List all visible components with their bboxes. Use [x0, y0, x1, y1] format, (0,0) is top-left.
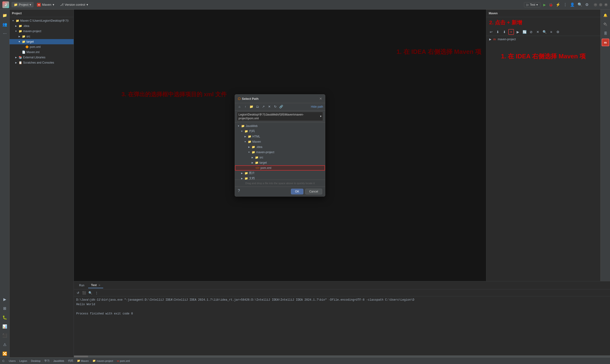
- dialog-file-tree[interactable]: ▼ 📁 JavaWeb ▼ 📁 代码 ▶ 📁: [235, 122, 325, 180]
- maven-tree-item[interactable]: ▶ m maven-project: [488, 37, 598, 42]
- problems-button[interactable]: ⚠: [1, 341, 9, 348]
- tree-item-maven-iml[interactable]: 📄 Maven.iml: [10, 50, 74, 55]
- tree-item-maven[interactable]: ▼ 📁 Maven C:\Users\Legion\Desktop\学习\: [10, 18, 74, 23]
- project-tree[interactable]: ▼ 📁 Maven C:\Users\Legion\Desktop\学习\ ▶ …: [10, 17, 74, 357]
- status-javaweb[interactable]: JavaWeb: [53, 360, 64, 362]
- run-maven-button[interactable]: ▶: [515, 29, 521, 35]
- find-usages-button[interactable]: 🔍: [542, 29, 547, 35]
- dialog-tree-idea[interactable]: ▶ 📁 .idea: [235, 144, 325, 150]
- maven-right-button[interactable]: m: [602, 39, 609, 46]
- vcs-button[interactable]: 👤: [570, 2, 575, 7]
- close-button[interactable]: ✕: [604, 3, 608, 6]
- stop-button[interactable]: ⬛: [81, 290, 87, 295]
- tree-item-idea[interactable]: ▶ 📁 .idea: [10, 23, 74, 29]
- skip-tests-button[interactable]: ⊘: [528, 29, 534, 35]
- dialog-tree-src[interactable]: ▶ 📁 src: [235, 155, 325, 160]
- download-button2[interactable]: ⬇: [502, 29, 507, 35]
- ok-button[interactable]: OK: [291, 189, 303, 195]
- status-code[interactable]: 代码: [68, 359, 73, 363]
- horizontal-scrollbar[interactable]: [74, 355, 610, 357]
- coverage-button[interactable]: ⚡: [556, 2, 560, 7]
- add-maven-project-button[interactable]: +: [508, 29, 514, 35]
- run-tool-button[interactable]: ▶: [1, 295, 9, 303]
- run-button[interactable]: ▶: [543, 3, 546, 7]
- version-control-button[interactable]: ⎇ Version control ▾: [58, 2, 91, 7]
- settings-button[interactable]: ⚙: [555, 29, 561, 35]
- dialog-tree-maven-project[interactable]: ▼ 📁 maven-project: [235, 150, 325, 155]
- status-pom-xml[interactable]: m pom.xml: [117, 360, 130, 362]
- group-by-button[interactable]: ≡: [548, 29, 554, 35]
- settings-button[interactable]: ⚙: [585, 2, 589, 7]
- project-view-button[interactable]: 📁: [1, 12, 9, 19]
- dialog-tree-images[interactable]: ▶ 📁 图片: [235, 170, 325, 176]
- search-everywhere-button[interactable]: 🔍: [578, 2, 582, 7]
- dialog-tree-code[interactable]: ▼ 📁 代码: [235, 129, 325, 134]
- tree-item-external-libs[interactable]: ▶ 📚 External Libraries: [10, 55, 74, 60]
- dialog-collapse-button[interactable]: ✕: [267, 104, 272, 109]
- dialog-tree-docs[interactable]: ▶ 📁 文档: [235, 176, 325, 180]
- rerun-button[interactable]: ↺: [75, 290, 80, 295]
- tree-item-scratches[interactable]: ▶ 📋 Scratches and Consoles: [10, 60, 74, 65]
- help-button[interactable]: ?: [238, 189, 240, 195]
- run-configs-button[interactable]: 🔄: [522, 29, 527, 35]
- git-button[interactable]: 👥: [1, 21, 9, 28]
- status-desktop[interactable]: Desktop: [31, 360, 40, 362]
- debug-button[interactable]: 🐞: [549, 3, 553, 7]
- tree-item-src[interactable]: ▶ 📁 src: [10, 34, 74, 39]
- tree-item-pom-xml[interactable]: 🔶 pom.xml: [10, 44, 74, 50]
- arrow-icon: ▼: [12, 20, 15, 22]
- debug-tool-button[interactable]: 🐛: [1, 313, 9, 321]
- dialog-tree-javaWeb[interactable]: ▼ 📁 JavaWeb: [235, 123, 325, 129]
- scrollbar-thumb[interactable]: [74, 356, 88, 357]
- terminal-button[interactable]: ⬛: [1, 332, 9, 339]
- dialog-refresh-button[interactable]: ↻: [273, 104, 278, 109]
- more-options-button[interactable]: ⋮: [94, 290, 99, 295]
- annotation-plus: 2. 点击 + 新增: [486, 17, 600, 28]
- tab-test[interactable]: Test ✕: [88, 283, 103, 288]
- status-users[interactable]: Users: [9, 360, 16, 362]
- dialog-tree-maven[interactable]: ▼ 📁 Maven: [235, 139, 325, 144]
- tree-item-maven-project[interactable]: ▼ 📁 maven-project: [10, 29, 74, 34]
- status-legion[interactable]: Legion: [19, 360, 27, 362]
- minimize-button[interactable]: ─: [594, 3, 597, 6]
- dialog-tree-pom-xml[interactable]: </> pom.xml: [235, 165, 325, 170]
- dialog-delete-button[interactable]: 🗂: [255, 104, 260, 109]
- dialog-tree-target[interactable]: ▶ 📁 target: [235, 160, 325, 165]
- services-button[interactable]: ⊞: [1, 304, 9, 312]
- test-run-config[interactable]: ▷ Test ▾: [524, 2, 540, 7]
- dialog-expand-button[interactable]: ↗: [261, 104, 266, 109]
- coverage-tool-button[interactable]: 📊: [1, 323, 9, 330]
- dialog-up-button[interactable]: ↑: [243, 104, 248, 109]
- maximize-button[interactable]: □: [599, 3, 602, 6]
- more-tools-button[interactable]: ⋯: [1, 29, 9, 37]
- status-xuexi[interactable]: 学习: [44, 359, 50, 363]
- show-ignored-button[interactable]: ✕: [535, 29, 541, 35]
- dialog-home-button[interactable]: ⌂: [237, 104, 242, 109]
- tree-item-label: pom.xml: [30, 45, 40, 49]
- dialog-close-button[interactable]: ✕: [319, 97, 322, 101]
- maven-project-tree[interactable]: ▶ m maven-project: [486, 36, 600, 43]
- dialog-path-input[interactable]: Legion\Desktop\学习\JavaWeb\代码\Maven\maven…: [237, 112, 323, 121]
- tab-test-close[interactable]: ✕: [98, 284, 100, 286]
- download-sources-button[interactable]: ⬇: [495, 29, 501, 35]
- database-button[interactable]: 🗄: [602, 29, 609, 37]
- tree-item-target[interactable]: ▼ 📁 target: [10, 39, 74, 44]
- notifications-button[interactable]: 🔔: [602, 12, 609, 19]
- hide-path-button[interactable]: Hide path: [311, 105, 323, 108]
- plugins-button[interactable]: 🔌: [602, 21, 609, 28]
- dialog-tree-html[interactable]: ▶ 📁 HTML: [235, 134, 325, 139]
- status-maven[interactable]: 📁 Maven: [77, 359, 89, 362]
- filter-button[interactable]: 🔍: [88, 290, 93, 295]
- scratches-icon: 📋: [19, 61, 22, 64]
- status-c-drive[interactable]: C:: [2, 360, 5, 362]
- cancel-button[interactable]: Cancel: [305, 189, 322, 195]
- dialog-link-button[interactable]: 🔗: [279, 104, 284, 109]
- dialog-new-folder-button[interactable]: 📁: [249, 104, 254, 109]
- status-maven-project[interactable]: 📁 maven-project: [92, 359, 113, 362]
- maven-menu-button[interactable]: m Maven ▾: [35, 2, 56, 8]
- git-log-button[interactable]: 🔀: [1, 350, 9, 357]
- more-actions-button[interactable]: ⋮: [563, 2, 567, 7]
- project-menu-button[interactable]: 📁 Project ▾: [12, 2, 34, 7]
- tab-run[interactable]: Run: [76, 283, 87, 288]
- refresh-button[interactable]: ↩: [488, 29, 494, 35]
